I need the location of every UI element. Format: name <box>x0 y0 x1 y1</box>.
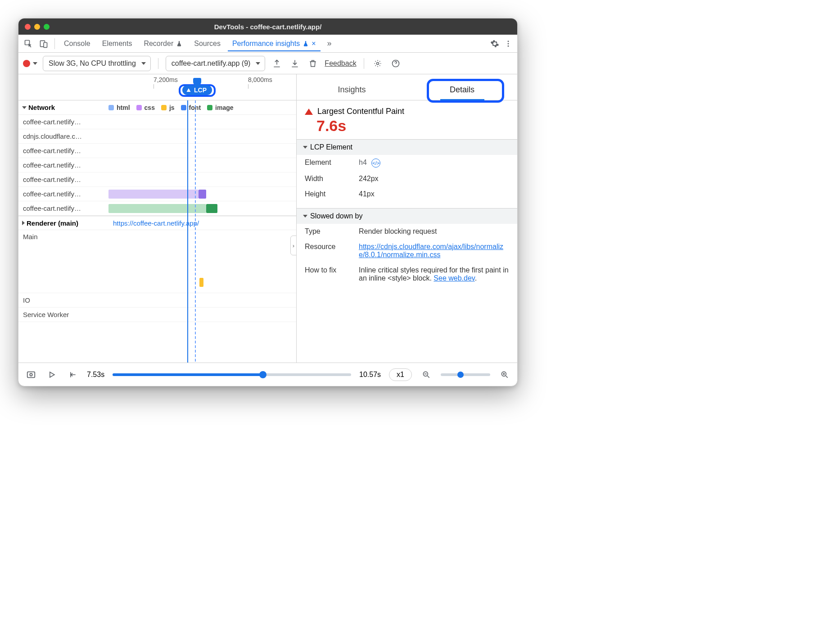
network-row-label: coffee-cart.netlify… <box>18 118 108 126</box>
kv-value: https://cdnjs.cloudflare.com/ajax/libs/n… <box>359 243 509 259</box>
chevron-down-icon <box>303 215 307 218</box>
minimize-window-button[interactable] <box>34 24 40 30</box>
element-tag: h4 <box>359 159 367 166</box>
settings-icon[interactable] <box>489 38 500 49</box>
expand-right-handle[interactable]: › <box>290 236 296 255</box>
network-row-label: coffee-cart.netlify… <box>18 147 108 154</box>
tab-insights[interactable]: Insights <box>297 80 407 100</box>
separator <box>158 58 158 69</box>
renderer-row[interactable]: IO <box>18 293 296 308</box>
tab-elements[interactable]: Elements <box>98 36 137 51</box>
throttling-label: Slow 3G, No CPU throttling <box>49 59 136 68</box>
panel-settings-icon[interactable] <box>371 57 384 70</box>
webdev-link[interactable]: See web.dev <box>434 274 474 282</box>
legend-chip: image <box>207 104 233 111</box>
network-row[interactable]: coffee-cart.netlify… <box>18 144 296 158</box>
right-tabs: Insights Details <box>297 74 517 100</box>
network-row-label: cdnjs.cloudflare.c… <box>18 132 108 140</box>
timeline-scrubber[interactable] <box>113 373 351 376</box>
section-slowed-down: Slowed down by Type Render blocking requ… <box>297 208 517 286</box>
tab-recorder[interactable]: Recorder <box>139 36 187 51</box>
zoom-window-button[interactable] <box>44 24 50 30</box>
kv-key: How to fix <box>305 266 354 282</box>
network-row[interactable]: coffee-cart.netlify… <box>18 201 296 216</box>
kebab-menu-icon[interactable] <box>503 38 514 49</box>
tab-performance-insights[interactable]: Performance insights × <box>228 36 321 51</box>
zoom-slider[interactable] <box>441 373 490 376</box>
kv-value: 242px <box>359 175 509 183</box>
record-button[interactable] <box>23 60 37 67</box>
time-end-label: 10.57s <box>359 371 381 379</box>
tab-sources[interactable]: Sources <box>190 36 225 51</box>
recording-select[interactable]: coffee-cart.netlify.app (9) <box>166 56 266 71</box>
lcp-marker[interactable]: LCP <box>179 85 216 95</box>
time-tick: 8,000ms <box>248 76 272 83</box>
time-tick: 7,200ms <box>154 76 178 83</box>
renderer-url-link[interactable]: https://coffee-cart.netlify.app/ <box>108 219 199 227</box>
zoom-in-icon[interactable] <box>498 368 511 381</box>
warning-triangle-icon <box>305 109 313 115</box>
playhead-handle-icon[interactable] <box>193 78 201 86</box>
section-header[interactable]: Slowed down by <box>297 209 517 224</box>
network-row[interactable]: coffee-cart.netlify… <box>18 158 296 172</box>
play-icon[interactable] <box>45 368 58 381</box>
section-header[interactable]: LCP Element <box>297 140 517 155</box>
metric-block: Largest Contentful Paint 7.6s <box>297 100 517 139</box>
tab-console[interactable]: Console <box>59 36 95 51</box>
zoom-out-icon[interactable] <box>420 368 433 381</box>
import-icon[interactable] <box>289 57 301 70</box>
feedback-link[interactable]: Feedback <box>325 59 356 68</box>
chevron-down-icon <box>22 106 27 109</box>
separator <box>54 38 55 49</box>
tab-details[interactable]: Details <box>407 80 517 100</box>
go-to-start-icon[interactable] <box>66 368 79 381</box>
network-row[interactable]: coffee-cart.netlify… <box>18 115 296 129</box>
delete-icon[interactable] <box>307 57 319 70</box>
svg-point-3 <box>508 41 509 42</box>
reveal-element-icon[interactable]: </> <box>371 159 380 168</box>
timeline-panel: 7,200ms 8,000ms LCP Network <box>18 74 297 363</box>
flask-icon <box>176 41 182 47</box>
section-renderer-header[interactable]: Renderer (main) https://coffee-cart.netl… <box>18 216 296 230</box>
timeline-ruler[interactable]: 7,200ms 8,000ms LCP <box>18 74 296 100</box>
close-tab-icon[interactable]: × <box>312 40 316 48</box>
renderer-row[interactable]: Service Worker <box>18 308 296 322</box>
more-tabs-icon[interactable]: » <box>323 37 336 50</box>
flask-icon <box>303 41 309 47</box>
legend-chip: css <box>136 104 155 111</box>
resource-link[interactable]: https://cdnjs.cloudflare.com/ajax/libs/n… <box>359 243 503 259</box>
renderer-row[interactable]: Main <box>18 230 296 293</box>
export-icon[interactable] <box>271 57 283 70</box>
network-row[interactable]: coffee-cart.netlify… <box>18 187 296 201</box>
close-window-button[interactable] <box>25 24 31 30</box>
window-controls <box>18 24 50 30</box>
svg-point-4 <box>508 43 509 44</box>
help-icon[interactable] <box>389 57 402 70</box>
chevron-down-icon <box>33 62 37 65</box>
section-title: LCP Element <box>310 143 352 151</box>
network-row-label: coffee-cart.netlify… <box>18 176 108 183</box>
playback-speed-pill[interactable]: x1 <box>389 368 412 381</box>
lcp-label: LCP <box>194 86 207 94</box>
device-toolbar-icon[interactable] <box>37 37 50 50</box>
legend-chip: font <box>181 104 201 111</box>
renderer-row-label: Main <box>18 233 108 240</box>
inspect-element-icon[interactable] <box>22 37 35 50</box>
metric-name: Largest Contentful Paint <box>317 107 404 116</box>
section-network-header[interactable]: Network htmlcssjsfontimage <box>18 100 296 115</box>
kv-value: h4 </> <box>359 159 509 168</box>
tab-label: Elements <box>102 40 132 48</box>
throttling-select[interactable]: Slow 3G, No CPU throttling <box>43 56 151 71</box>
main-content: 7,200ms 8,000ms LCP Network <box>18 74 517 363</box>
network-row-label: coffee-cart.netlify… <box>18 190 108 198</box>
network-row[interactable]: coffee-cart.netlify… <box>18 172 296 187</box>
toggle-screenshot-icon[interactable] <box>25 368 37 381</box>
kv-value: 41px <box>359 190 509 198</box>
tab-label: Recorder <box>144 40 173 48</box>
tab-label: Performance insights <box>232 40 300 48</box>
network-row[interactable]: cdnjs.cloudflare.c… <box>18 129 296 144</box>
tab-label: Insights <box>338 85 366 94</box>
panel-tabs: Console Elements Recorder Sources Perfor… <box>18 35 517 53</box>
titlebar[interactable]: DevTools - coffee-cart.netlify.app/ <box>18 18 517 35</box>
kv-key: Element <box>305 159 354 168</box>
